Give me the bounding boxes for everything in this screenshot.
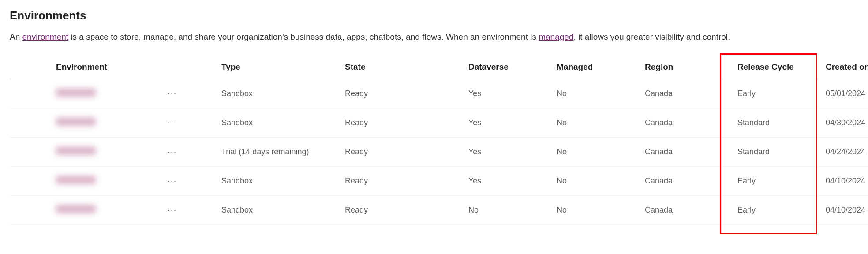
environment-name-redacted: [56, 176, 96, 184]
desc-text-pre: An: [10, 32, 22, 41]
more-actions-icon[interactable]: ···: [164, 146, 180, 158]
table-row[interactable]: ···SandboxReadyNoNoCanadaEarly04/10/2024…: [10, 196, 868, 225]
table-row[interactable]: ···SandboxReadyYesNoCanadaStandard04/30/…: [10, 108, 868, 138]
row-type: Sandbox: [221, 196, 345, 225]
row-dataverse: Yes: [468, 79, 557, 108]
row-environment-name[interactable]: [36, 196, 164, 225]
table-row[interactable]: ···Trial (14 days remaining)ReadyYesNoCa…: [10, 138, 868, 167]
row-dataverse: Yes: [468, 108, 557, 138]
row-type: Sandbox: [221, 79, 345, 108]
col-head-managed[interactable]: Managed: [557, 55, 645, 79]
row-dataverse: No: [468, 196, 557, 225]
col-head-environment[interactable]: Environment: [36, 55, 164, 79]
row-state: Ready: [345, 79, 468, 108]
page-description: An environment is a space to store, mana…: [10, 32, 858, 42]
desc-text-mid: is a space to store, manage, and share y…: [68, 32, 539, 41]
row-managed: No: [557, 196, 645, 225]
environment-name-redacted: [56, 147, 96, 155]
row-actions-cell: ···: [164, 196, 221, 225]
row-environment-name[interactable]: [36, 167, 164, 196]
row-dataverse: Yes: [468, 138, 557, 167]
col-head-checkbox: [10, 55, 36, 79]
row-type: Trial (14 days remaining): [221, 138, 345, 167]
row-actions-cell: ···: [164, 108, 221, 138]
created-on-label: Created on: [826, 62, 868, 71]
environment-name-redacted: [56, 118, 96, 126]
row-state: Ready: [345, 108, 468, 138]
col-head-dataverse[interactable]: Dataverse: [468, 55, 557, 79]
row-checkbox-cell[interactable]: [10, 138, 36, 167]
desc-text-post: , it allows you greater visibility and c…: [573, 32, 730, 41]
row-release-cycle: Early: [737, 79, 826, 108]
row-managed: No: [557, 138, 645, 167]
row-created-on: 04/30/2024 1:26 PM: [826, 108, 868, 138]
environment-link[interactable]: environment: [22, 32, 69, 41]
row-created-on: 04/24/2024 2:05 PM: [826, 138, 868, 167]
row-checkbox-cell[interactable]: [10, 196, 36, 225]
row-region: Canada: [645, 138, 737, 167]
more-actions-icon[interactable]: ···: [164, 116, 180, 129]
row-managed: No: [557, 167, 645, 196]
row-actions-cell: ···: [164, 79, 221, 108]
row-release-cycle: Standard: [737, 108, 826, 138]
environments-table-wrapper: Environment Type State Dataverse Managed…: [10, 55, 858, 225]
more-actions-icon[interactable]: ···: [164, 175, 180, 187]
col-head-state[interactable]: State: [345, 55, 468, 79]
row-type: Sandbox: [221, 167, 345, 196]
row-region: Canada: [645, 167, 737, 196]
environment-name-redacted: [56, 205, 96, 213]
col-head-type[interactable]: Type: [221, 55, 345, 79]
row-release-cycle: Early: [737, 167, 826, 196]
col-head-region[interactable]: Region: [645, 55, 737, 79]
row-state: Ready: [345, 167, 468, 196]
row-environment-name[interactable]: [36, 108, 164, 138]
table-row[interactable]: ···SandboxReadyYesNoCanadaEarly04/10/202…: [10, 167, 868, 196]
col-head-actions: [164, 55, 221, 79]
row-release-cycle: Standard: [737, 138, 826, 167]
row-created-on: 04/10/2024 4:42 PM: [826, 167, 868, 196]
more-actions-icon[interactable]: ···: [164, 204, 180, 217]
row-checkbox-cell[interactable]: [10, 167, 36, 196]
more-actions-icon[interactable]: ···: [164, 87, 180, 100]
row-region: Canada: [645, 196, 737, 225]
table-row[interactable]: ···SandboxReadyYesNoCanadaEarly05/01/202…: [10, 79, 868, 108]
row-actions-cell: ···: [164, 167, 221, 196]
col-head-created-on[interactable]: Created on ↓: [826, 55, 868, 79]
row-managed: No: [557, 108, 645, 138]
row-actions-cell: ···: [164, 138, 221, 167]
row-created-on: 05/01/2024 2:20 PM: [826, 79, 868, 108]
row-region: Canada: [645, 108, 737, 138]
environment-name-redacted: [56, 89, 96, 97]
col-head-release-cycle[interactable]: Release Cycle: [737, 55, 826, 79]
row-checkbox-cell[interactable]: [10, 108, 36, 138]
table-header-row: Environment Type State Dataverse Managed…: [10, 55, 868, 79]
row-checkbox-cell[interactable]: [10, 79, 36, 108]
environments-table: Environment Type State Dataverse Managed…: [10, 55, 868, 225]
row-dataverse: Yes: [468, 167, 557, 196]
row-environment-name[interactable]: [36, 138, 164, 167]
row-created-on: 04/10/2024 4:29 PM: [826, 196, 868, 225]
row-environment-name[interactable]: [36, 79, 164, 108]
row-release-cycle: Early: [737, 196, 826, 225]
row-state: Ready: [345, 138, 468, 167]
managed-link[interactable]: managed: [539, 32, 573, 41]
row-type: Sandbox: [221, 108, 345, 138]
page-title: Environments: [10, 9, 858, 22]
row-managed: No: [557, 79, 645, 108]
row-state: Ready: [345, 196, 468, 225]
row-region: Canada: [645, 79, 737, 108]
